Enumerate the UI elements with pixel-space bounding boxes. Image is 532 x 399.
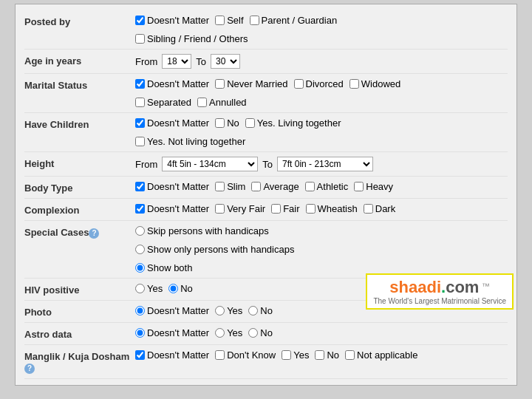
input-label-hiv-positive-0-0[interactable]: Yes	[147, 283, 163, 294]
input-label-have-children-0-1[interactable]: No	[227, 117, 239, 129]
input-posted-by-0-0[interactable]	[135, 16, 145, 25]
input-label-marital-status-0-1[interactable]: Never Married	[227, 78, 287, 89]
input-body-type-0-2[interactable]	[251, 182, 261, 191]
range-age: From18192021222324252627282930To25262728…	[135, 54, 240, 69]
input-label-body-type-0-2[interactable]: Average	[263, 181, 299, 192]
input-marital-status-0-0[interactable]	[135, 79, 145, 89]
input-label-manglik-0-1[interactable]: Don't Know	[227, 349, 276, 361]
input-label-have-children-1-0[interactable]: Yes. Not living together	[147, 136, 245, 147]
row-height: HeightFrom4ft 5in - 134cmTo7ft 0in - 213…	[24, 152, 508, 177]
input-special-cases-2-0[interactable]	[135, 263, 145, 273]
line-break-special-cases-1	[135, 239, 508, 241]
input-have-children-0-1[interactable]	[215, 118, 225, 128]
input-body-type-0-3[interactable]	[305, 182, 315, 191]
help-icon-special-cases[interactable]: ?	[89, 228, 99, 239]
input-label-complexion-0-3[interactable]: Wheatish	[318, 203, 358, 214]
row-age: Age in yearsFrom181920212223242526272829…	[24, 50, 508, 74]
input-complexion-0-3[interactable]	[306, 204, 316, 214]
input-label-manglik-0-3[interactable]: No	[327, 349, 339, 361]
input-label-photo-0-0[interactable]: Doesn't Matter	[147, 305, 209, 316]
controls-posted-by: Doesn't MatterSelfParent / GuardianSibli…	[135, 15, 508, 44]
input-manglik-0-4[interactable]	[345, 350, 355, 360]
input-label-photo-0-2[interactable]: No	[260, 305, 273, 316]
input-label-special-cases-0-0[interactable]: Skip persons with handicaps	[147, 225, 269, 236]
input-complexion-0-4[interactable]	[364, 204, 373, 214]
input-marital-status-1-1[interactable]	[197, 98, 207, 107]
input-label-complexion-0-1[interactable]: Very Fair	[227, 203, 265, 214]
input-marital-status-0-2[interactable]	[294, 79, 304, 89]
input-hiv-positive-0-1[interactable]	[168, 284, 178, 293]
input-label-astro-data-0-1[interactable]: Yes	[227, 327, 242, 338]
input-marital-status-0-3[interactable]	[349, 79, 359, 89]
input-astro-data-0-2[interactable]	[248, 328, 258, 338]
ctrl-item-marital-status-1-0: Separated	[135, 97, 191, 108]
input-label-posted-by-0-2[interactable]: Parent / Guardian	[262, 15, 338, 26]
input-label-special-cases-2-0[interactable]: Show both	[147, 262, 192, 273]
input-have-children-0-0[interactable]	[135, 118, 145, 128]
from-select-age[interactable]: 18192021222324252627282930	[162, 54, 191, 69]
input-label-have-children-0-2[interactable]: Yes. Living together	[257, 117, 341, 129]
input-complexion-0-1[interactable]	[215, 204, 225, 214]
input-label-posted-by-1-0[interactable]: Sibling / Friend / Others	[147, 33, 248, 44]
input-label-have-children-0-0[interactable]: Doesn't Matter	[147, 117, 209, 129]
input-label-body-type-0-1[interactable]: Slim	[227, 181, 245, 192]
input-photo-0-1[interactable]	[215, 306, 225, 316]
input-marital-status-1-0[interactable]	[135, 98, 145, 107]
ctrl-item-have-children-0-2: Yes. Living together	[245, 117, 341, 129]
input-label-photo-0-1[interactable]: Yes	[227, 305, 242, 316]
input-label-manglik-0-2[interactable]: Yes	[293, 349, 309, 361]
input-body-type-0-1[interactable]	[215, 182, 225, 191]
label-have-children: Have Children	[24, 117, 135, 130]
input-marital-status-0-1[interactable]	[215, 79, 225, 89]
from-select-height[interactable]: 4ft 5in - 134cm	[162, 157, 258, 171]
input-special-cases-0-0[interactable]	[135, 226, 145, 236]
input-complexion-0-2[interactable]	[271, 204, 281, 214]
input-label-astro-data-0-2[interactable]: No	[260, 327, 273, 338]
input-label-complexion-0-4[interactable]: Dark	[375, 203, 395, 214]
input-manglik-0-1[interactable]	[215, 350, 225, 360]
input-have-children-1-0[interactable]	[135, 137, 145, 146]
input-label-marital-status-0-2[interactable]: Divorced	[306, 78, 344, 89]
ctrl-item-posted-by-1-0: Sibling / Friend / Others	[135, 33, 248, 44]
input-label-special-cases-1-0[interactable]: Show only persons with handicaps	[147, 244, 294, 255]
from-label-height: From	[135, 159, 157, 170]
ctrl-item-have-children-0-1: No	[215, 117, 239, 129]
input-photo-0-2[interactable]	[248, 306, 258, 316]
input-body-type-0-4[interactable]	[354, 182, 364, 191]
input-label-posted-by-0-0[interactable]: Doesn't Matter	[147, 15, 209, 26]
input-complexion-0-0[interactable]	[135, 204, 145, 214]
ctrl-item-special-cases-2-0: Show both	[135, 262, 192, 273]
input-have-children-0-2[interactable]	[245, 118, 255, 128]
input-posted-by-0-2[interactable]	[250, 16, 259, 25]
input-label-manglik-0-0[interactable]: Doesn't Matter	[147, 349, 209, 361]
input-label-body-type-0-4[interactable]: Heavy	[366, 181, 393, 192]
input-manglik-0-2[interactable]	[282, 350, 291, 360]
input-label-body-type-0-0[interactable]: Doesn't Matter	[147, 181, 209, 192]
input-photo-0-0[interactable]	[135, 306, 145, 316]
input-label-astro-data-0-0[interactable]: Doesn't Matter	[147, 327, 209, 338]
input-label-marital-status-1-1[interactable]: Annulled	[209, 97, 247, 108]
ctrl-item-marital-status-0-0: Doesn't Matter	[135, 78, 209, 89]
input-astro-data-0-1[interactable]	[215, 328, 225, 338]
input-label-posted-by-0-1[interactable]: Self	[227, 15, 243, 26]
help-icon-manglik[interactable]: ?	[24, 364, 35, 374]
input-body-type-0-0[interactable]	[135, 182, 145, 191]
input-special-cases-1-0[interactable]	[135, 245, 145, 254]
input-posted-by-0-1[interactable]	[215, 16, 225, 25]
input-label-marital-status-0-0[interactable]: Doesn't Matter	[147, 78, 209, 89]
input-posted-by-1-0[interactable]	[135, 34, 145, 44]
input-label-complexion-0-0[interactable]: Doesn't Matter	[147, 203, 209, 214]
input-label-manglik-0-4[interactable]: Not applicable	[357, 349, 417, 361]
input-label-marital-status-1-0[interactable]: Separated	[147, 97, 191, 108]
input-label-body-type-0-3[interactable]: Athletic	[317, 181, 349, 192]
shaadi-trademark: ™	[482, 282, 490, 290]
input-manglik-0-0[interactable]	[135, 350, 145, 360]
input-hiv-positive-0-0[interactable]	[135, 284, 145, 293]
to-select-age[interactable]: 2526272829303132333435404550	[211, 54, 240, 69]
input-manglik-0-3[interactable]	[315, 350, 324, 360]
input-label-hiv-positive-0-1[interactable]: No	[180, 283, 193, 294]
to-select-height[interactable]: 7ft 0in - 213cm	[277, 157, 373, 171]
input-label-marital-status-0-3[interactable]: Widowed	[361, 78, 400, 89]
input-astro-data-0-0[interactable]	[135, 328, 145, 338]
input-label-complexion-0-2[interactable]: Fair	[283, 203, 299, 214]
